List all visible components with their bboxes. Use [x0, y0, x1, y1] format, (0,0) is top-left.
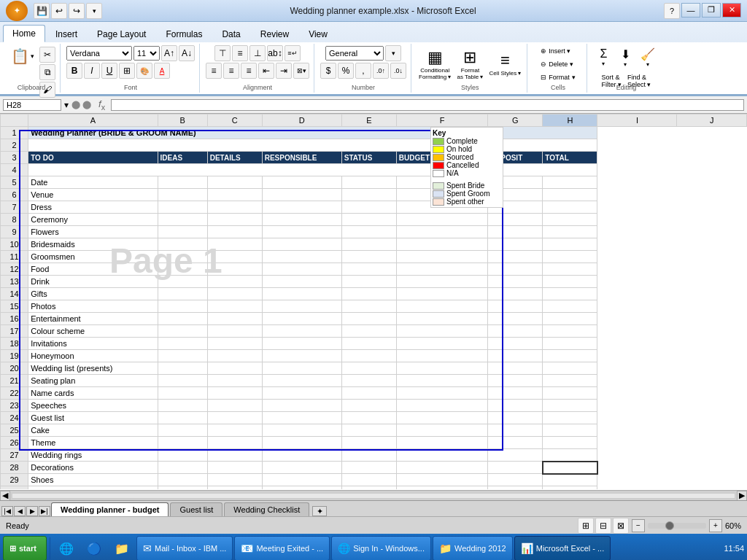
table-cell[interactable] — [158, 437, 207, 449]
table-cell[interactable] — [341, 350, 396, 362]
table-cell[interactable] — [396, 338, 488, 350]
table-cell[interactable] — [28, 164, 597, 176]
table-cell[interactable] — [158, 325, 207, 338]
table-cell[interactable]: Theme — [28, 437, 158, 449]
col-header-D[interactable]: D — [262, 114, 341, 127]
table-cell[interactable]: Date — [28, 176, 158, 189]
table-cell[interactable] — [158, 338, 207, 350]
table-cell[interactable]: Wedding list (presents) — [28, 362, 158, 375]
table-cell[interactable]: IDEAS — [158, 152, 207, 164]
sheet-nav-prev[interactable]: ◀ — [14, 506, 26, 516]
table-cell[interactable] — [341, 288, 396, 300]
table-cell[interactable] — [207, 300, 262, 313]
table-cell[interactable] — [158, 238, 207, 251]
table-cell[interactable] — [207, 449, 262, 462]
table-cell[interactable] — [396, 437, 488, 449]
table-cell[interactable] — [543, 486, 597, 490]
table-cell[interactable] — [158, 251, 207, 263]
accounting-btn[interactable]: $ — [320, 63, 336, 79]
table-cell[interactable] — [207, 437, 262, 449]
table-cell[interactable] — [543, 362, 597, 375]
table-cell[interactable] — [341, 201, 396, 214]
table-cell[interactable] — [207, 350, 262, 362]
table-cell[interactable] — [158, 486, 207, 490]
table-cell[interactable] — [207, 313, 262, 325]
table-cell[interactable] — [262, 251, 341, 263]
table-cell[interactable] — [396, 251, 488, 263]
table-cell[interactable] — [341, 300, 396, 313]
col-header-A[interactable]: A — [28, 114, 158, 127]
table-cell[interactable] — [207, 362, 262, 375]
table-cell[interactable]: TO DO — [28, 152, 158, 164]
format-as-table-button[interactable]: ⊞ Formatas Table ▾ — [455, 47, 484, 82]
table-cell[interactable] — [262, 437, 341, 449]
table-cell[interactable] — [488, 350, 543, 362]
table-cell[interactable] — [158, 226, 207, 238]
taskbar-browser-btn[interactable]: 🔵 — [81, 536, 107, 560]
table-cell[interactable]: STATUS — [341, 152, 396, 164]
restore-btn[interactable]: ❐ — [702, 3, 721, 18]
table-cell[interactable] — [262, 449, 341, 462]
table-cell[interactable] — [488, 400, 543, 412]
taskbar-meeting-btn[interactable]: 📧 Meeting Exited - ... — [234, 536, 330, 560]
table-cell[interactable] — [158, 189, 207, 201]
table-cell[interactable] — [396, 474, 488, 486]
table-cell[interactable] — [207, 424, 262, 437]
table-cell[interactable]: Honeymoon — [28, 350, 158, 362]
table-cell[interactable] — [396, 424, 488, 437]
table-cell[interactable] — [488, 412, 543, 424]
table-cell[interactable] — [207, 375, 262, 387]
table-cell[interactable] — [396, 449, 488, 462]
table-cell[interactable] — [341, 362, 396, 375]
merge-center-btn[interactable]: ⊠▾ — [293, 63, 309, 79]
page-layout-view-btn[interactable]: ⊟ — [595, 518, 611, 534]
tab-home[interactable]: Home — [3, 25, 45, 42]
table-cell[interactable] — [341, 387, 396, 400]
taskbar-mail-btn[interactable]: ✉ Mail - Inbox - IBM ... — [136, 536, 233, 560]
table-cell[interactable] — [207, 238, 262, 251]
table-cell[interactable] — [262, 387, 341, 400]
quick-undo-btn[interactable]: ↩ — [51, 3, 67, 19]
paste-button[interactable]: 📋▾ — [7, 45, 38, 76]
decrease-indent-btn[interactable]: ⇤ — [258, 63, 274, 79]
table-cell[interactable] — [341, 486, 396, 490]
table-cell[interactable]: Food — [28, 263, 158, 276]
table-cell[interactable]: Speeches — [28, 400, 158, 412]
table-cell[interactable] — [488, 338, 543, 350]
table-cell[interactable]: Gifts — [28, 288, 158, 300]
border-button[interactable]: ⊞ — [119, 63, 135, 79]
tab-review[interactable]: Review — [251, 26, 298, 42]
table-cell[interactable]: Drink — [28, 276, 158, 288]
table-cell[interactable] — [262, 176, 341, 189]
tab-formulas[interactable]: Formulas — [156, 26, 212, 42]
table-cell[interactable]: Wedding rings — [28, 449, 158, 462]
table-cell[interactable] — [341, 338, 396, 350]
align-left-btn[interactable]: ≡ — [206, 63, 222, 79]
table-cell[interactable] — [543, 338, 597, 350]
sheet-nav-first[interactable]: |◀ — [1, 506, 13, 516]
table-cell[interactable]: Seating plan — [28, 375, 158, 387]
table-cell[interactable] — [396, 300, 488, 313]
table-cell[interactable] — [543, 276, 597, 288]
table-cell[interactable] — [396, 486, 488, 490]
table-cell[interactable] — [488, 486, 543, 490]
table-cell[interactable] — [262, 325, 341, 338]
scroll-left-btn[interactable]: ◀ — [0, 491, 10, 501]
col-header-F[interactable]: F — [396, 114, 488, 127]
table-cell[interactable] — [396, 325, 488, 338]
table-cell[interactable] — [488, 226, 543, 238]
table-cell[interactable] — [488, 474, 543, 486]
zoom-slider[interactable] — [648, 523, 706, 529]
h-scroll-bar[interactable] — [12, 493, 735, 499]
table-cell[interactable] — [158, 176, 207, 189]
table-cell[interactable] — [262, 412, 341, 424]
scroll-right-btn[interactable]: ▶ — [737, 491, 747, 501]
copy-button[interactable]: ⧉ — [39, 64, 55, 80]
table-cell[interactable] — [262, 474, 341, 486]
cell-styles-button[interactable]: ≡ Cell Styles ▾ — [487, 50, 522, 78]
orientation-btn[interactable]: ab↕ — [267, 45, 283, 61]
table-cell[interactable] — [488, 276, 543, 288]
table-cell[interactable] — [262, 189, 341, 201]
minimize-btn[interactable]: — — [681, 3, 700, 18]
table-cell[interactable] — [158, 400, 207, 412]
